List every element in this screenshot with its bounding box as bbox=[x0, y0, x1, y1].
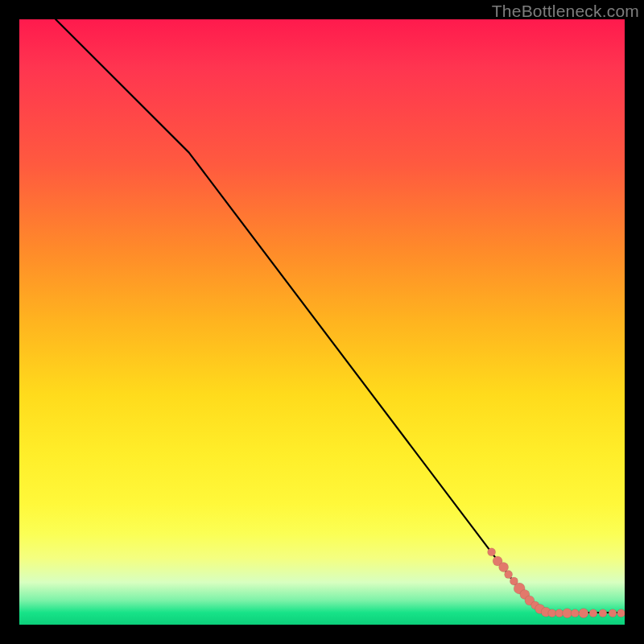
plot-area bbox=[19, 19, 625, 625]
data-point bbox=[589, 609, 597, 617]
data-point bbox=[609, 609, 617, 617]
data-point bbox=[488, 548, 496, 556]
data-point bbox=[571, 609, 579, 617]
data-point bbox=[548, 609, 556, 617]
chart-svg bbox=[19, 19, 625, 625]
attribution-label: TheBottleneck.com bbox=[492, 2, 639, 21]
bottleneck-curve bbox=[56, 19, 625, 613]
data-point bbox=[617, 609, 625, 617]
data-point bbox=[599, 609, 607, 617]
data-point bbox=[563, 609, 572, 618]
chart-stage: TheBottleneck.com bbox=[0, 0, 644, 644]
data-points-group bbox=[488, 548, 625, 618]
data-point bbox=[505, 571, 513, 579]
data-point bbox=[579, 609, 588, 618]
